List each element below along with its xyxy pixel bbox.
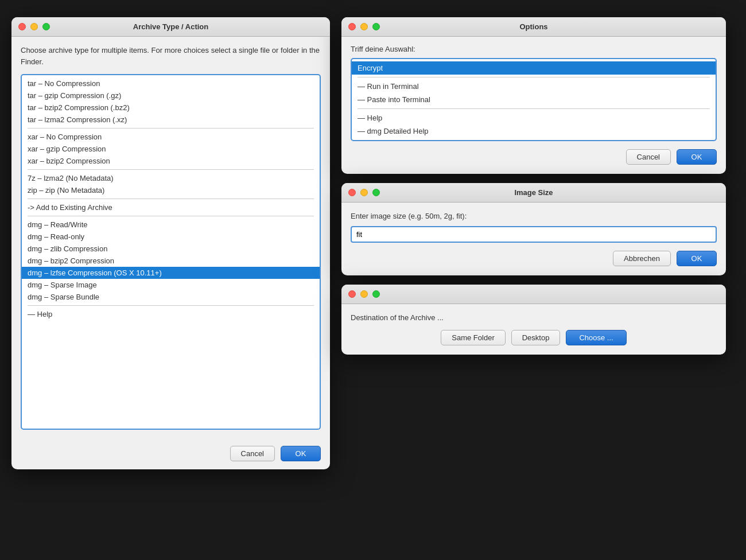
list-item[interactable]: tar – gzip Compression (.gz) [22,90,320,102]
minimize-button[interactable] [30,23,38,30]
list-separator [28,199,314,199]
list-item[interactable]: zip – zip (No Metadata) [22,184,320,196]
options-item[interactable]: — dmg Detailed Help [352,125,716,138]
archive-ok-button[interactable]: OK [281,446,321,461]
desktop-button[interactable]: Desktop [511,330,561,345]
archive-type-list[interactable]: tar – No Compressiontar – gzip Compressi… [21,74,321,430]
archive-type-titlebar: Archive Type / Action [11,17,330,37]
list-item[interactable]: tar – lzma2 Compression (.xz) [22,114,320,126]
list-item[interactable]: -> Add to Existing Archive [22,201,320,213]
list-item[interactable]: xar – No Compression [22,131,320,143]
options-title: Options [519,22,547,31]
list-item[interactable]: dmg – Read/Write [22,219,320,231]
list-separator [28,128,314,129]
destination-close-button[interactable] [348,290,356,298]
archive-type-description: Choose archive type for multiple items. … [21,45,321,67]
list-item[interactable]: dmg – bzip2 Compression [22,255,320,267]
list-item[interactable]: dmg – Sparse Bundle [22,291,320,303]
image-size-label: Enter image size (e.g. 50m, 2g, fit): [351,212,717,220]
right-side: Options Triff deine Auswahl: Encrypt— Ru… [341,17,735,355]
options-item[interactable]: — Run in Terminal [352,80,716,93]
destination-minimize-button[interactable] [360,290,368,298]
image-size-title: Image Size [514,188,553,197]
image-size-maximize-button[interactable] [372,189,380,196]
archive-cancel-button[interactable]: Cancel [230,446,275,461]
archive-type-title: Archive Type / Action [133,22,208,31]
list-item[interactable]: tar – No Compression [22,77,320,90]
options-label: Triff deine Auswahl: [351,45,717,53]
options-list[interactable]: Encrypt— Run in Terminal— Paste into Ter… [351,58,717,141]
destination-titlebar [341,285,726,304]
options-cancel-button[interactable]: Cancel [626,149,671,165]
image-size-close-button[interactable] [348,189,356,196]
options-maximize-button[interactable] [372,23,380,30]
destination-label: Destination of the Archive ... [351,313,717,322]
list-separator [28,216,314,216]
image-size-window: Image Size Enter image size (e.g. 50m, 2… [341,183,726,275]
list-item[interactable]: 7z – lzma2 (No Metadata) [22,172,320,184]
options-item[interactable]: — Help [352,111,716,125]
options-minimize-button[interactable] [360,23,368,30]
destination-maximize-button[interactable] [372,290,380,298]
options-window: Options Triff deine Auswahl: Encrypt— Ru… [341,17,726,174]
same-folder-button[interactable]: Same Folder [441,330,505,345]
image-size-titlebar: Image Size [341,183,726,203]
list-separator [28,169,314,170]
image-size-input[interactable] [351,226,717,243]
options-separator [358,108,710,109]
list-item[interactable]: dmg – zlib Compression [22,243,320,255]
list-separator [28,305,314,306]
destination-buttons: Same Folder Desktop Choose ... [351,330,717,345]
maximize-button[interactable] [42,23,50,30]
close-button[interactable] [18,23,26,30]
choose-button[interactable]: Choose ... [566,330,626,345]
image-size-cancel-button[interactable]: Abbrechen [613,251,671,266]
options-item[interactable]: — Paste into Terminal [352,93,716,106]
options-item[interactable]: Encrypt [352,61,716,75]
image-size-minimize-button[interactable] [360,189,368,196]
archive-type-button-row: Cancel OK [11,438,330,469]
image-size-button-row: Abbrechen OK [351,251,717,266]
options-ok-button[interactable]: OK [677,149,717,165]
destination-window: Destination of the Archive ... Same Fold… [341,285,726,355]
list-item[interactable]: tar – bzip2 Compression (.bz2) [22,102,320,114]
list-item[interactable]: dmg – lzfse Compression (OS X 10.11+) [22,267,320,279]
list-item[interactable]: xar – bzip2 Compression [22,155,320,167]
archive-type-window: Archive Type / Action Choose archive typ… [11,17,330,469]
list-item[interactable]: xar – gzip Compression [22,143,320,155]
list-item[interactable]: — Help [22,308,320,320]
image-size-ok-button[interactable]: OK [677,251,717,266]
options-separator [358,77,710,77]
options-button-row: Cancel OK [351,149,717,165]
options-titlebar: Options [341,17,726,37]
list-item[interactable]: dmg – Sparse Image [22,279,320,291]
options-close-button[interactable] [348,23,356,30]
list-item[interactable]: dmg – Read-only [22,231,320,243]
